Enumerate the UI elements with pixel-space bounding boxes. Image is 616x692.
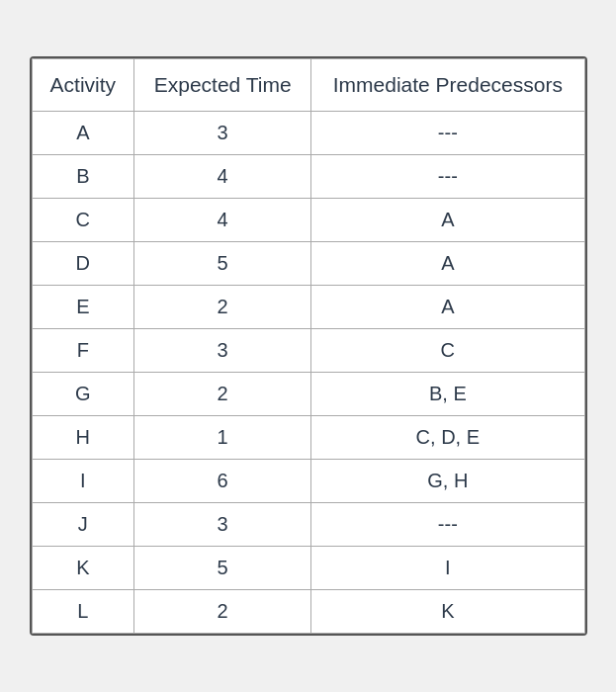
cell-activity: H bbox=[32, 416, 134, 460]
table-row: J3--- bbox=[32, 503, 584, 547]
table-row: E2A bbox=[32, 286, 584, 329]
cell-expected-time: 2 bbox=[134, 590, 311, 634]
cell-activity: D bbox=[32, 242, 134, 286]
cell-predecessors: B, E bbox=[311, 373, 584, 416]
table-row: B4--- bbox=[32, 155, 584, 199]
cell-activity: K bbox=[32, 547, 134, 590]
cell-activity: B bbox=[32, 155, 134, 199]
cell-predecessors: A bbox=[311, 242, 584, 286]
table-row: A3--- bbox=[32, 112, 584, 155]
cell-expected-time: 3 bbox=[134, 329, 311, 373]
cell-predecessors: --- bbox=[311, 503, 584, 547]
table-row: L2K bbox=[32, 590, 584, 634]
cell-expected-time: 6 bbox=[134, 460, 311, 503]
cell-activity: A bbox=[32, 112, 134, 155]
table-row: C4A bbox=[32, 199, 584, 242]
table-row: D5A bbox=[32, 242, 584, 286]
table-row: I6G, H bbox=[32, 460, 584, 503]
cell-predecessors: C bbox=[311, 329, 584, 373]
cell-activity: F bbox=[32, 329, 134, 373]
activity-table: Activity Expected Time Immediate Predece… bbox=[32, 58, 585, 634]
cell-predecessors: --- bbox=[311, 155, 584, 199]
cell-expected-time: 3 bbox=[134, 112, 311, 155]
table-row: H1C, D, E bbox=[32, 416, 584, 460]
table-row: K5I bbox=[32, 547, 584, 590]
cell-predecessors: --- bbox=[311, 112, 584, 155]
cell-activity: J bbox=[32, 503, 134, 547]
main-table-container: Activity Expected Time Immediate Predece… bbox=[30, 56, 587, 636]
cell-predecessors: A bbox=[311, 286, 584, 329]
table-row: G2B, E bbox=[32, 373, 584, 416]
cell-activity: G bbox=[32, 373, 134, 416]
header-predecessors: Immediate Predecessors bbox=[311, 59, 584, 112]
cell-activity: E bbox=[32, 286, 134, 329]
cell-activity: L bbox=[32, 590, 134, 634]
cell-activity: C bbox=[32, 199, 134, 242]
cell-expected-time: 5 bbox=[134, 242, 311, 286]
cell-expected-time: 4 bbox=[134, 155, 311, 199]
cell-expected-time: 2 bbox=[134, 286, 311, 329]
cell-predecessors: K bbox=[311, 590, 584, 634]
cell-expected-time: 4 bbox=[134, 199, 311, 242]
cell-expected-time: 1 bbox=[134, 416, 311, 460]
cell-predecessors: A bbox=[311, 199, 584, 242]
header-expected-time: Expected Time bbox=[134, 59, 311, 112]
cell-predecessors: G, H bbox=[311, 460, 584, 503]
cell-expected-time: 5 bbox=[134, 547, 311, 590]
header-activity: Activity bbox=[32, 59, 134, 112]
cell-predecessors: I bbox=[311, 547, 584, 590]
header-row: Activity Expected Time Immediate Predece… bbox=[32, 59, 584, 112]
cell-expected-time: 2 bbox=[134, 373, 311, 416]
cell-activity: I bbox=[32, 460, 134, 503]
cell-expected-time: 3 bbox=[134, 503, 311, 547]
cell-predecessors: C, D, E bbox=[311, 416, 584, 460]
table-row: F3C bbox=[32, 329, 584, 373]
